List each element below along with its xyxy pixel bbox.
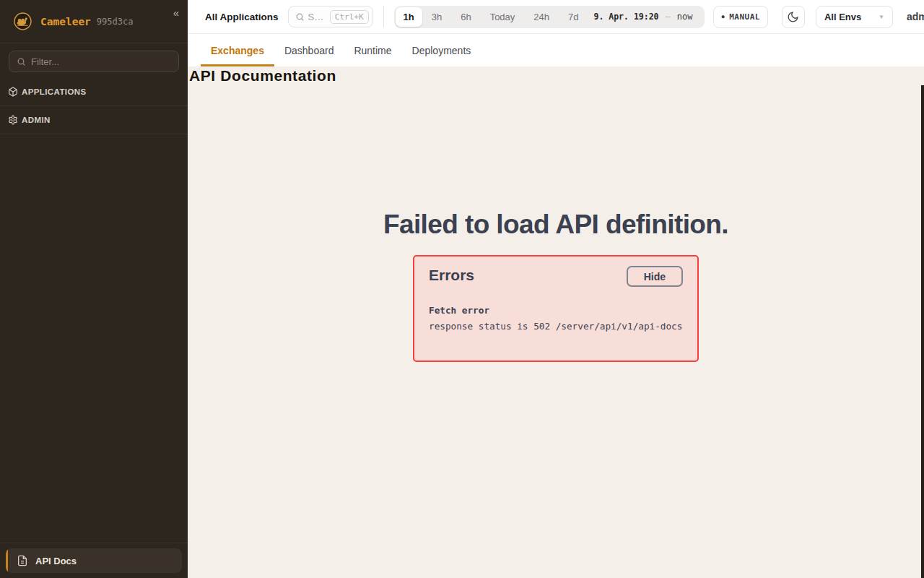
main-area: All Applications S… Ctrl+K 1h 3h 6h Toda… (188, 0, 924, 578)
sidebar-collapse-icon[interactable]: « (173, 7, 179, 19)
time-range-today[interactable]: Today (481, 7, 525, 27)
tab-label: Exchanges (211, 45, 264, 56)
date-from[interactable]: 9. Apr. 19:20 (588, 12, 659, 22)
content-area: API Documentation Failed to load API def… (188, 66, 924, 578)
date-separator: — (666, 12, 671, 22)
sidebar-item-label: APPLICATIONS (22, 87, 87, 96)
page-title: API Documentation (189, 67, 336, 85)
sidebar-filter-input[interactable]: Filter... (9, 51, 179, 72)
user-label: admin (907, 11, 924, 22)
tab-deployments[interactable]: Deployments (402, 34, 481, 66)
scope-label: All Applications (205, 12, 279, 22)
tab-label: Runtime (354, 45, 391, 56)
cameleer-logo-icon (14, 12, 32, 30)
time-range-6h[interactable]: 6h (451, 7, 480, 27)
hide-button[interactable]: Hide (627, 266, 683, 287)
tab-label: Deployments (412, 45, 471, 56)
brand-version: 995d3ca (97, 17, 134, 27)
tab-exchanges[interactable]: Exchanges (201, 34, 274, 66)
gear-icon (8, 115, 18, 125)
time-range-group: 1h 3h 6h Today 24h 7d 9. Apr. 19:20 — no… (394, 6, 705, 28)
time-range-3h[interactable]: 3h (422, 7, 451, 27)
errors-title: Errors (429, 267, 474, 284)
sidebar-item-label: ADMIN (22, 116, 51, 124)
tab-label: Dashboard (284, 45, 334, 56)
search-icon (17, 57, 26, 66)
time-range-7d[interactable]: 7d (559, 7, 588, 27)
error-detail: response status is 502 /server/api/v1/ap… (429, 319, 683, 335)
time-range-24h[interactable]: 24h (524, 7, 559, 27)
date-to[interactable]: now (677, 12, 704, 22)
time-range-1h[interactable]: 1h (396, 7, 422, 27)
tab-runtime[interactable]: Runtime (344, 34, 401, 66)
tab-dashboard[interactable]: Dashboard (274, 34, 344, 66)
search-shortcut: Ctrl+K (330, 10, 369, 24)
moon-icon (787, 11, 799, 23)
sidebar-item-admin[interactable]: ADMIN (0, 106, 188, 134)
status-dot-icon: ● (721, 14, 725, 20)
sidebar-footer: API Docs (0, 543, 188, 578)
search-placeholder: S… (308, 12, 324, 22)
chevron-down-icon: ▼ (879, 14, 884, 20)
filter-placeholder: Filter... (31, 56, 59, 67)
search-icon (295, 12, 305, 22)
header-divider (383, 6, 384, 27)
error-details: Fetch error response status is 502 /serv… (429, 303, 683, 335)
manual-label: MANUAL (729, 12, 760, 22)
errors-panel-header: Errors Hide (429, 266, 683, 287)
sidebar: Cameleer 995d3ca « Filter... APPLICATION… (0, 0, 188, 578)
sidebar-item-label: API Docs (35, 556, 77, 566)
fail-message: Failed to load API definition. (188, 210, 924, 240)
errors-panel: Errors Hide Fetch error response status … (413, 255, 699, 362)
sidebar-item-api-docs[interactable]: API Docs (6, 548, 182, 573)
env-select-value: All Envs (824, 12, 861, 22)
scrollbar-track[interactable] (921, 85, 924, 578)
global-search-input[interactable]: S… Ctrl+K (288, 6, 373, 27)
document-icon (17, 555, 28, 566)
error-name: Fetch error (429, 303, 683, 319)
tab-bar: Exchanges Dashboard Runtime Deployments (188, 34, 924, 66)
sidebar-header: Cameleer 995d3ca « (0, 0, 188, 43)
sidebar-item-applications[interactable]: APPLICATIONS (0, 78, 188, 106)
cube-icon (8, 87, 18, 97)
dark-mode-toggle[interactable] (782, 6, 805, 28)
top-header: All Applications S… Ctrl+K 1h 3h 6h Toda… (188, 0, 924, 34)
env-select[interactable]: All Envs ▼ (816, 6, 893, 28)
brand-name: Cameleer (40, 16, 91, 27)
sidebar-spacer (0, 134, 188, 543)
manual-refresh-button[interactable]: ● MANUAL (713, 6, 767, 28)
